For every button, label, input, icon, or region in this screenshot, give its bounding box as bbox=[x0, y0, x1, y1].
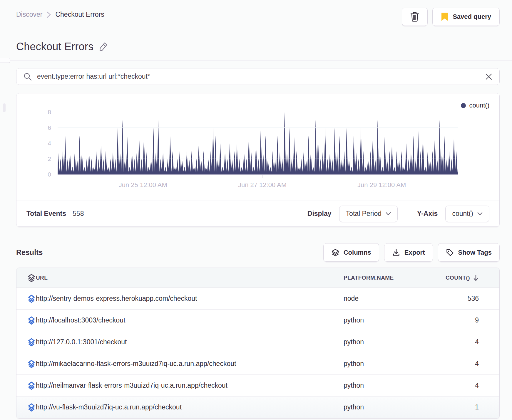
table-header-row: URL PLATFORM.NAME COUNT() bbox=[16, 268, 499, 288]
columns-button[interactable]: Columns bbox=[323, 243, 379, 262]
sort-desc-arrow-icon bbox=[473, 274, 479, 281]
top-bar: Discover Checkout Errors Saved query bbox=[16, 0, 500, 26]
event-stack-icon[interactable] bbox=[27, 402, 36, 412]
row-url[interactable]: http://localhost:3003/checkout bbox=[36, 316, 125, 324]
breadcrumb-discover[interactable]: Discover bbox=[16, 11, 42, 19]
edit-pencil-icon[interactable] bbox=[99, 42, 108, 51]
events-chart-panel: count() 02468 Jun 25 12:00 AMJun 27 12:0… bbox=[16, 93, 500, 227]
chevron-down-icon bbox=[386, 212, 391, 216]
row-count: 536 bbox=[468, 295, 479, 302]
bookmark-icon bbox=[441, 12, 449, 21]
legend-dot bbox=[461, 103, 466, 108]
results-title: Results bbox=[16, 248, 43, 257]
gridline bbox=[58, 127, 458, 128]
saved-query-label: Saved query bbox=[453, 13, 491, 21]
x-axis-tick bbox=[382, 175, 382, 178]
row-count: 9 bbox=[475, 316, 479, 324]
display-label: Display bbox=[307, 210, 332, 218]
row-url[interactable]: http://127.0.0.1:3001/checkout bbox=[36, 338, 127, 346]
search-icon bbox=[24, 73, 32, 81]
total-events-value: 558 bbox=[73, 210, 84, 218]
table-row[interactable]: http://127.0.0.1:3001/checkout python 4 bbox=[16, 331, 499, 353]
collapsed-panel-tab[interactable] bbox=[0, 58, 10, 63]
y-axis-label: Y-Axis bbox=[417, 210, 438, 218]
error-spike-chart[interactable]: 02468 bbox=[58, 112, 458, 175]
results-table-panel: URL PLATFORM.NAME COUNT() bbox=[16, 268, 500, 419]
show-tags-label: Show Tags bbox=[458, 249, 492, 256]
column-header-platform[interactable]: PLATFORM.NAME bbox=[344, 268, 444, 288]
table-row[interactable]: http://neilmanvar-flask-errors-m3uuizd7i… bbox=[16, 375, 499, 397]
y-axis-tick-label: 2 bbox=[39, 155, 51, 162]
gridline bbox=[58, 112, 458, 112]
x-axis-tick-label: Jun 25 12:00 AM bbox=[119, 181, 167, 189]
x-axis-tick-label: Jun 29 12:00 AM bbox=[357, 181, 406, 189]
breadcrumb-current: Checkout Errors bbox=[55, 11, 104, 19]
y-axis-tick-label: 4 bbox=[39, 140, 51, 147]
row-count: 4 bbox=[475, 360, 479, 367]
row-platform: node bbox=[344, 295, 359, 302]
results-table: URL PLATFORM.NAME COUNT() bbox=[16, 268, 499, 418]
columns-label: Columns bbox=[344, 249, 371, 256]
clear-search-button[interactable] bbox=[485, 73, 492, 80]
chart-x-axis: Jun 25 12:00 AMJun 27 12:00 AMJun 29 12:… bbox=[58, 175, 458, 193]
row-count: 1 bbox=[475, 403, 479, 411]
gridline bbox=[58, 143, 458, 143]
row-url[interactable]: http://sentry-demos-express.herokuapp.co… bbox=[36, 295, 197, 302]
total-events-label: Total Events bbox=[26, 210, 66, 218]
y-axis-value: count() bbox=[452, 210, 473, 218]
table-row[interactable]: http://localhost:3003/checkout python 9 bbox=[16, 310, 499, 331]
display-dropdown[interactable]: Total Period bbox=[339, 206, 398, 222]
breadcrumb: Discover Checkout Errors bbox=[16, 8, 104, 19]
trash-icon bbox=[410, 12, 419, 22]
column-header-url[interactable]: URL bbox=[36, 268, 344, 288]
legend-label: count() bbox=[469, 102, 489, 109]
layers-icon bbox=[331, 248, 339, 257]
side-drag-handle[interactable] bbox=[3, 103, 6, 112]
row-platform: python bbox=[344, 403, 364, 411]
chart-footer: Total Events 558 Display Total Period Y-… bbox=[16, 201, 499, 226]
column-header-count[interactable]: COUNT() bbox=[444, 268, 499, 288]
export-label: Export bbox=[404, 249, 425, 256]
table-row[interactable]: http://sentry-demos-express.herokuapp.co… bbox=[16, 288, 499, 310]
count-header-label: COUNT() bbox=[446, 275, 470, 281]
page-title: Checkout Errors bbox=[16, 41, 93, 53]
row-count: 4 bbox=[475, 382, 479, 389]
gridline bbox=[58, 159, 458, 159]
display-value: Total Period bbox=[346, 210, 382, 218]
layers-icon[interactable] bbox=[27, 273, 36, 283]
export-button[interactable]: Export bbox=[384, 243, 433, 262]
area-series bbox=[58, 112, 458, 174]
y-axis-tick-label: 6 bbox=[39, 124, 51, 131]
row-platform: python bbox=[344, 316, 364, 324]
row-platform: python bbox=[344, 338, 364, 346]
delete-query-button[interactable] bbox=[402, 8, 428, 26]
row-platform: python bbox=[344, 382, 364, 389]
row-platform: python bbox=[344, 360, 364, 367]
table-row[interactable]: http://mikaelacarino-flask-errors-m3uuiz… bbox=[16, 353, 499, 375]
saved-query-button[interactable]: Saved query bbox=[432, 8, 500, 26]
y-axis-dropdown[interactable]: count() bbox=[445, 206, 489, 222]
show-tags-button[interactable]: Show Tags bbox=[438, 243, 500, 262]
row-url[interactable]: http://mikaelacarino-flask-errors-m3uuiz… bbox=[36, 360, 236, 367]
chevron-right-icon bbox=[46, 11, 51, 19]
row-url[interactable]: http://vu-flask-m3uuizd7iq-uc.a.run.app/… bbox=[36, 403, 182, 411]
event-stack-icon[interactable] bbox=[27, 294, 36, 304]
tag-icon bbox=[446, 248, 454, 257]
x-axis-tick bbox=[262, 175, 262, 178]
download-icon bbox=[392, 248, 400, 257]
x-axis-tick-label: Jun 27 12:00 AM bbox=[238, 181, 287, 189]
table-row[interactable]: http://vu-flask-m3uuizd7iq-uc.a.run.app/… bbox=[16, 397, 499, 418]
row-url[interactable]: http://neilmanvar-flask-errors-m3uuizd7i… bbox=[36, 382, 227, 389]
event-stack-icon[interactable] bbox=[27, 359, 36, 369]
x-axis-tick bbox=[143, 175, 143, 178]
chart-legend[interactable]: count() bbox=[16, 93, 499, 110]
chevron-down-icon bbox=[477, 212, 483, 216]
search-input[interactable] bbox=[37, 73, 480, 80]
y-axis-tick-label: 0 bbox=[39, 171, 51, 178]
event-stack-icon[interactable] bbox=[27, 337, 36, 347]
search-bar bbox=[16, 68, 500, 85]
event-stack-icon[interactable] bbox=[27, 315, 36, 325]
close-icon bbox=[485, 73, 492, 80]
y-axis-tick-label: 8 bbox=[39, 109, 51, 116]
event-stack-icon[interactable] bbox=[27, 381, 36, 391]
